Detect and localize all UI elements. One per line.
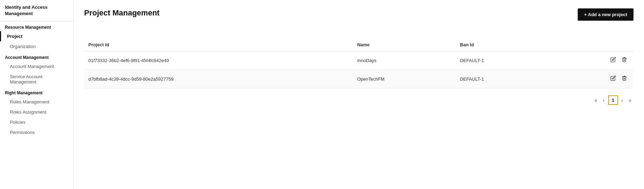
sidebar-item-account-management[interactable]: Account Management bbox=[0, 61, 73, 72]
cell-project-id: 01f73332-36b2-4ef6-9f91-45f4fc842e49 bbox=[84, 51, 353, 70]
first-page-button[interactable]: « bbox=[592, 96, 599, 104]
cell-name: InnoDays bbox=[353, 51, 456, 70]
sidebar-item-service-account-management[interactable]: Service Account Management bbox=[0, 72, 73, 87]
col-header-actions bbox=[549, 39, 633, 51]
page-title: Project Management bbox=[84, 8, 160, 18]
sidebar-section-resource-management: Resource Management bbox=[0, 21, 73, 31]
pencil-icon bbox=[610, 57, 616, 62]
sidebar-item-policies[interactable]: Policies bbox=[0, 117, 73, 127]
cell-actions bbox=[549, 70, 633, 88]
current-page-button[interactable]: 1 bbox=[608, 95, 618, 105]
cell-ban-id: DEFAULT-1 bbox=[456, 51, 549, 70]
pagination: « ‹ 1 › » bbox=[84, 95, 633, 105]
sidebar-item-project[interactable]: Project bbox=[0, 31, 73, 41]
sidebar-item-organization[interactable]: Organization bbox=[0, 41, 73, 52]
col-header-ban-id: Ban Id bbox=[456, 39, 549, 51]
sidebar-item-roles-management[interactable]: Roles Management bbox=[0, 97, 73, 107]
sidebar-header: Identity and Access Management bbox=[0, 0, 73, 21]
sidebar-section-right-management: Right Management bbox=[0, 87, 73, 97]
pencil-icon bbox=[610, 75, 616, 81]
edit-button[interactable] bbox=[608, 74, 618, 84]
main-content: Project Management + Add a new project P… bbox=[74, 0, 644, 189]
sidebar-item-permissions[interactable]: Permissions bbox=[0, 127, 73, 137]
next-page-button[interactable]: › bbox=[619, 96, 625, 104]
actions-container bbox=[553, 55, 629, 65]
trash-icon bbox=[622, 57, 627, 62]
last-page-button[interactable]: » bbox=[626, 96, 633, 104]
table-row: 01f73332-36b2-4ef6-9f91-45f4fc842e49Inno… bbox=[84, 51, 633, 70]
sidebar-item-roles-assignment[interactable]: Roles Assignment bbox=[0, 107, 73, 117]
edit-button[interactable] bbox=[608, 55, 618, 65]
sidebar-section-account-management: Account Management bbox=[0, 52, 73, 61]
trash-icon bbox=[622, 75, 627, 81]
sidebar: Identity and Access Management Resource … bbox=[0, 0, 74, 189]
col-header-project-id: Project Id bbox=[84, 39, 353, 51]
delete-button[interactable] bbox=[619, 74, 629, 84]
table-row: d7bfb8ad-4c39-4dcc-9d59-80e2a5927759Open… bbox=[84, 70, 633, 88]
cell-actions bbox=[549, 51, 633, 70]
delete-button[interactable] bbox=[619, 55, 629, 65]
col-header-name: Name bbox=[353, 39, 456, 51]
add-project-button[interactable]: + Add a new project bbox=[578, 8, 633, 21]
cell-ban-id: DEFAULT-1 bbox=[456, 70, 549, 88]
cell-project-id: d7bfb8ad-4c39-4dcc-9d59-80e2a5927759 bbox=[84, 70, 353, 88]
actions-container bbox=[553, 74, 629, 84]
cell-name: OpenTechFM bbox=[353, 70, 456, 88]
prev-page-button[interactable]: ‹ bbox=[601, 96, 607, 104]
projects-table: Project Id Name Ban Id 01f73332-36b2-4ef… bbox=[84, 39, 633, 88]
